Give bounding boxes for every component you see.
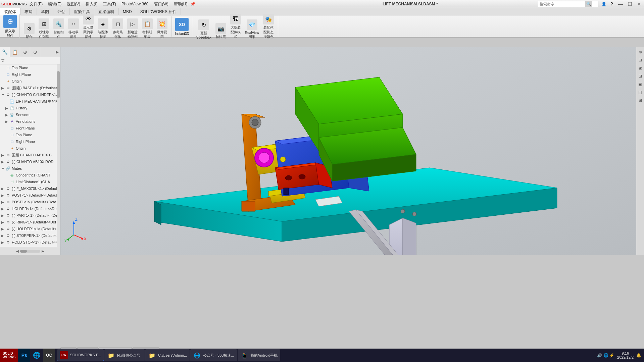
tree-item-holder1[interactable]: ▶ ⚙ HOLDER<1> (Default<<Def	[0, 205, 60, 212]
tree-item-limitdistance1[interactable]: ⊣ LimitDistance1 (CHA	[0, 178, 60, 185]
taskbar-ps[interactable]: Ps	[18, 349, 30, 362]
tree-item-right-plane-2[interactable]: □ Right Plane	[0, 138, 60, 145]
btn-realview[interactable]: 💎 RealView图形	[244, 19, 260, 40]
menu-window[interactable]: 窗口(W)	[151, 0, 171, 8]
tree-item-front-plane[interactable]: □ Front Plane	[0, 125, 60, 132]
menu-pin-icon[interactable]: 📌	[190, 1, 196, 7]
menu-photoview[interactable]: PhotoView 360	[119, 0, 151, 8]
large-asm-icon: 🏗	[230, 14, 241, 24]
panel-scrollbar[interactable]	[57, 64, 60, 255]
panel-expand-arrow[interactable]: ▶	[54, 49, 60, 55]
tree-item-holder1-1[interactable]: ▶ ⚙ (-) HOLDER1<1> (Default<	[0, 225, 60, 232]
panel-tab-display[interactable]: ⊙	[30, 47, 40, 57]
ribbon-group-items: ⚙ 配合 ⊞ 线性零件列阵 🔩 智能扣件 ↔ 移动零部件 👁 显示隐藏的	[22, 13, 169, 40]
rt-btn-5[interactable]: ▣	[637, 81, 644, 88]
taskbar-phone-app[interactable]: 📱 我的Android手机	[238, 349, 281, 361]
tree-item-base[interactable]: ▶ ⚙ (固定) BASE<1> (Default<<I	[0, 85, 60, 91]
tree-item-top-plane[interactable]: □ Top Plane	[0, 64, 60, 71]
taskbar-sw-logo[interactable]: SOLIDWORKS	[0, 349, 18, 362]
menu-file[interactable]: 文件(F)	[27, 0, 45, 8]
rt-btn-6[interactable]: ◫	[637, 89, 644, 96]
tree-item-hold-stop1[interactable]: ▶ ⚙ HOLD STOP<1> (Default<<	[0, 239, 60, 246]
btn-assembly-feature[interactable]: ◈ 装配体特征	[96, 18, 110, 40]
restore-button[interactable]: ❐	[625, 0, 635, 8]
search-input[interactable]	[538, 2, 585, 6]
taskbar-browser-app[interactable]: 🌐 公众号 - 360极速...	[190, 349, 237, 361]
item-label: POST1<1> (Default<<Defa	[12, 200, 56, 204]
tree-item-top-plane-2[interactable]: □ Top Plane	[0, 132, 60, 138]
menu-edit[interactable]: 编辑(E)	[45, 0, 64, 8]
menu-insert[interactable]: 插入(I)	[83, 0, 100, 8]
btn-display-state[interactable]: 🎭 装配体配状态变颜色	[262, 13, 275, 40]
sw-app-label: SOLIDWORKS P...	[70, 353, 101, 357]
tree-item-annotations[interactable]: ▶ A Annotations	[0, 118, 60, 125]
taskbar-browser-icon[interactable]: 🌐	[30, 349, 43, 362]
help-icon[interactable]: ?	[608, 0, 616, 8]
svg-marker-6	[403, 218, 416, 255]
search-button[interactable]: 🔍	[585, 1, 592, 7]
btn-instant3d[interactable]: 3D Instant3D	[172, 17, 192, 36]
rt-btn-7[interactable]: ⊞	[637, 97, 644, 104]
tree-item-origin-2[interactable]: ✦ Origin	[0, 145, 60, 152]
tree-item-history[interactable]: ▶ 🕐 History	[0, 105, 60, 111]
btn-update[interactable]: ↻ 更新Speedpak	[195, 19, 213, 40]
panel-tab-config[interactable]: ⊕	[20, 47, 30, 57]
tree-item-chanto-ab10x[interactable]: ▶ ⚙ 圆距 CHANTO AB10X C	[0, 152, 60, 158]
expand-arrow: ▶	[1, 214, 5, 217]
btn-large-asm[interactable]: 🏗 大型装配体模式	[229, 13, 242, 40]
panel-scroll-right[interactable]: ▶	[42, 249, 44, 253]
panel-scroll-left[interactable]: ◀	[16, 249, 19, 253]
btn-materials[interactable]: 📋 材料明细表	[141, 18, 154, 40]
rt-btn-4[interactable]: ⊡	[637, 72, 644, 80]
tree-item-origin[interactable]: ✦ Origin	[0, 78, 60, 85]
btn-photo[interactable]: 📷 拍快照	[214, 22, 228, 40]
explorer-app-label: C:\Users\Admin...	[158, 353, 187, 357]
minimize-button[interactable]: —	[616, 0, 625, 8]
taskbar-explorer-app[interactable]: 📁 C:\Users\Admin...	[145, 349, 190, 361]
tree-item-chanto-cyl[interactable]: ▼ ⚙ (-) CHANTO CYLINDER<1>	[0, 91, 60, 98]
btn-linear-pattern[interactable]: ⊞ 线性零件列阵	[37, 18, 51, 40]
expand-arrow: ▶	[1, 227, 5, 231]
tree-item-post1-1[interactable]: ▶ ⚙ POST1<1> (Default<<Defa	[0, 199, 60, 205]
btn-move-component[interactable]: ↔ 移动零部件	[67, 18, 80, 40]
menu-view[interactable]: 视图(V)	[64, 0, 83, 8]
tree-item-fmax[interactable]: ▶ ⚙ (-) F_MAX070U<1> (Defaul	[0, 185, 60, 192]
panel-tab-properties[interactable]: 📋	[10, 47, 20, 57]
btn-insert-part[interactable]: ⊕ 插入零部件	[1, 14, 20, 39]
btn-new-motion[interactable]: ▷ 新建运动算例	[126, 18, 139, 40]
panel-tab-feature-tree[interactable]: 🔧	[0, 47, 10, 57]
menu-help[interactable]: 帮助(H)	[171, 0, 190, 8]
tree-item-stopper1[interactable]: ▶ ⚙ (-) STOPPER<1> (Default<	[0, 232, 60, 239]
update-icon: ↻	[198, 19, 209, 30]
close-button[interactable]: ✕	[635, 0, 644, 8]
tree-item-chanto-ab10x-rod[interactable]: ▶ ⚙ (-) CHANTO AB10X ROD	[0, 158, 60, 165]
tree-item-part1[interactable]: ▶ ⚙ (-) PART1<1> (Default<<De	[0, 212, 60, 219]
taskbar-folder-app[interactable]: 📁 H:\微信公众号	[104, 349, 145, 361]
user-icon[interactable]: 👤	[600, 0, 608, 8]
tree-item-sensors[interactable]: ▶ 📡 Sensors	[0, 111, 60, 118]
rt-btn-1[interactable]: ⊕	[637, 48, 644, 56]
search-box[interactable]: 🔍	[538, 1, 598, 7]
menu-tools[interactable]: 工具(T)	[100, 0, 119, 8]
btn-mate[interactable]: ⚙ 配合	[22, 22, 36, 40]
tree-item-right-plane[interactable]: □ Right Plane	[0, 71, 60, 78]
tree-item-lift-mech[interactable]: 📄 LIFT MECHANISM 中的图	[0, 98, 60, 105]
large-asm-label: 大型装配体模式	[231, 25, 241, 39]
item-label: (-) F_MAX070U<1> (Defaul	[12, 187, 57, 191]
viewport[interactable]: Z X Y	[60, 47, 644, 255]
tree-item-concentric1[interactable]: ◎ Concentric1 (CHANT	[0, 172, 60, 178]
tree-item-mates-top[interactable]: ▼ 🔗 Mates	[0, 165, 60, 172]
expand-arrow: ▶	[1, 207, 5, 211]
tree-item-post1[interactable]: ▶ ⚙ POST<1> (Default<<Defaul	[0, 192, 60, 199]
taskbar-solidworks-app[interactable]: SW SOLIDWORKS P...	[57, 349, 104, 361]
btn-show-hidden[interactable]: 👁 显示隐藏的零部件	[82, 13, 95, 40]
btn-smart-fastener[interactable]: 🔩 智能扣件	[52, 18, 65, 40]
display-state-icon: 🎭	[263, 14, 274, 24]
taskbar-oc[interactable]: OC	[43, 349, 55, 362]
rt-btn-3[interactable]: ◉	[637, 64, 644, 72]
btn-reference-geo[interactable]: ◻ 参考几何体	[111, 18, 125, 40]
rt-btn-2[interactable]: ⊟	[637, 56, 644, 64]
btn-explode[interactable]: 💥 爆炸视图	[155, 18, 169, 40]
tree-item-ring1[interactable]: ▶ ⚙ (-) RING<1> (Default<<Def	[0, 219, 60, 225]
tray-notification[interactable]: 🔔	[636, 353, 641, 358]
